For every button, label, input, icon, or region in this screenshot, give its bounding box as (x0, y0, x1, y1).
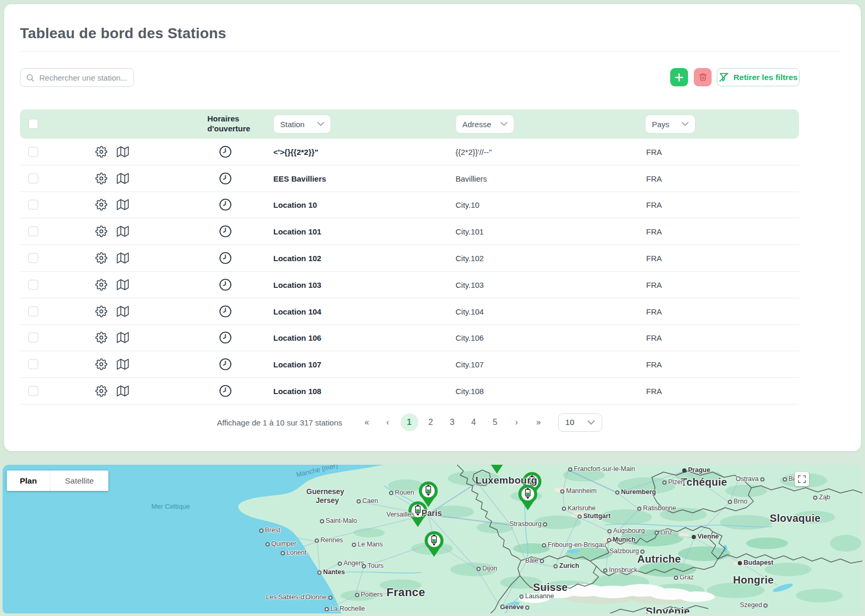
map-label: Genève (500, 603, 529, 611)
city-dot (476, 567, 481, 571)
chevron-down-icon (501, 122, 507, 126)
station-address: Bavilliers (456, 174, 487, 183)
row-checkbox[interactable] (28, 386, 38, 396)
city-dot (760, 477, 764, 481)
settings-gear-icon[interactable] (95, 305, 107, 317)
pagination-info: Affichage de 1 à 10 sur 317 stations (217, 418, 342, 427)
opening-hours-clock-icon[interactable] (219, 172, 232, 185)
map-label: France (386, 586, 425, 599)
settings-gear-icon[interactable] (95, 145, 107, 158)
adresse-filter-dropdown[interactable]: Adresse (456, 115, 514, 133)
page-button-5[interactable]: 5 (486, 413, 504, 431)
settings-gear-icon[interactable] (95, 385, 107, 397)
page-button-3[interactable]: 3 (443, 413, 461, 431)
table-row: Location 10 City.10 FRA (20, 192, 799, 219)
map-label: Nuremberg (615, 488, 656, 496)
map-plan-button[interactable]: Plan (7, 471, 50, 491)
city-dot (317, 570, 321, 575)
row-checkbox[interactable] (28, 147, 38, 156)
page-button-1[interactable]: 1 (401, 413, 418, 431)
search-input[interactable] (39, 73, 143, 82)
row-checkbox[interactable] (28, 227, 38, 237)
map-icon[interactable] (117, 199, 129, 211)
row-checkbox[interactable] (28, 279, 38, 289)
city-dot (640, 550, 645, 554)
map-icon[interactable] (117, 305, 129, 317)
map-icon[interactable] (117, 278, 129, 290)
table-row: Location 103 City.103 FRA (20, 272, 799, 298)
opening-hours-clock-icon[interactable] (219, 305, 232, 318)
stations-map[interactable]: Manche (mer)Mer CeltiqueGuerneseyJerseyL… (3, 465, 862, 613)
opening-hours-clock-icon[interactable] (219, 278, 232, 291)
map-label: Tours (362, 562, 384, 569)
settings-gear-icon[interactable] (95, 359, 107, 371)
first-page-button[interactable]: « (358, 413, 375, 431)
map-fullscreen-button[interactable] (795, 472, 809, 486)
station-country: FRA (646, 174, 662, 183)
pays-filter-dropdown[interactable]: Pays (645, 115, 695, 133)
delete-selected-button[interactable] (694, 68, 712, 86)
settings-gear-icon[interactable] (95, 226, 107, 238)
station-name: Location 107 (273, 360, 321, 369)
map-icon[interactable] (117, 226, 129, 238)
settings-gear-icon[interactable] (95, 252, 107, 264)
opening-hours-clock-icon[interactable] (219, 145, 232, 158)
previous-page-button[interactable]: ‹ (379, 413, 397, 431)
settings-gear-icon[interactable] (95, 278, 107, 290)
map-label: Nantes (317, 568, 345, 576)
settings-gear-icon[interactable] (95, 332, 107, 344)
opening-hours-clock-icon[interactable] (219, 198, 232, 211)
settings-gear-icon[interactable] (95, 199, 107, 211)
map-label: Francfort-sur-le-Main (568, 465, 635, 473)
page-size-value: 10 (565, 418, 574, 427)
city-dot (603, 568, 607, 573)
map-icon[interactable] (117, 252, 129, 264)
page-size-select[interactable]: 10 (558, 413, 602, 432)
row-checkbox[interactable] (28, 200, 38, 210)
city-dot (607, 538, 611, 542)
station-filter-dropdown[interactable]: Station (273, 115, 331, 133)
add-station-button[interactable] (670, 68, 688, 86)
opening-hours-clock-icon[interactable] (219, 358, 232, 371)
row-checkbox[interactable] (28, 253, 38, 263)
row-checkbox[interactable] (28, 306, 38, 316)
opening-hours-clock-icon[interactable] (219, 331, 232, 344)
map-label: Versailles (386, 511, 415, 518)
page-button-2[interactable]: 2 (422, 413, 440, 431)
map-label: Jersey (316, 496, 339, 505)
map-label: Le Mans (352, 541, 383, 548)
remove-filters-button[interactable]: Retirer les filtres (717, 68, 800, 86)
page-button-4[interactable]: 4 (465, 413, 483, 431)
map-label: Plzeň (662, 478, 684, 486)
station-country: FRA (646, 200, 662, 209)
map-label: Strasbourg (509, 520, 547, 528)
table-row: EES Bavilliers Bavilliers FRA (20, 165, 799, 192)
map-label: Graz (674, 574, 694, 581)
map-satellite-button[interactable]: Satellite (50, 471, 108, 491)
map-icon[interactable] (117, 359, 129, 371)
last-page-button[interactable]: » (529, 413, 547, 431)
opening-hours-clock-icon[interactable] (219, 385, 232, 398)
map-icon[interactable] (117, 145, 129, 158)
row-checkbox[interactable] (28, 360, 38, 369)
city-dot (560, 489, 564, 494)
map-label: Caen (357, 497, 378, 505)
map-label: La Rochelle (325, 605, 365, 612)
map-label: Munich (607, 536, 636, 543)
table-row: Location 104 City.104 FRA (20, 298, 799, 325)
city-dot (763, 603, 768, 608)
city-dot (615, 490, 619, 495)
map-icon[interactable] (117, 385, 129, 397)
search-icon (26, 73, 35, 82)
opening-hours-clock-icon[interactable] (219, 252, 232, 265)
select-all-checkbox[interactable] (28, 119, 38, 129)
row-checkbox[interactable] (28, 333, 38, 343)
map-icon[interactable] (117, 332, 129, 344)
settings-gear-icon[interactable] (95, 172, 107, 184)
next-page-button[interactable]: › (508, 413, 526, 431)
map-label: Suisse (533, 581, 568, 593)
row-checkbox[interactable] (28, 173, 38, 183)
opening-hours-clock-icon[interactable] (219, 225, 232, 238)
city-dot (783, 477, 787, 481)
map-icon[interactable] (117, 172, 129, 184)
